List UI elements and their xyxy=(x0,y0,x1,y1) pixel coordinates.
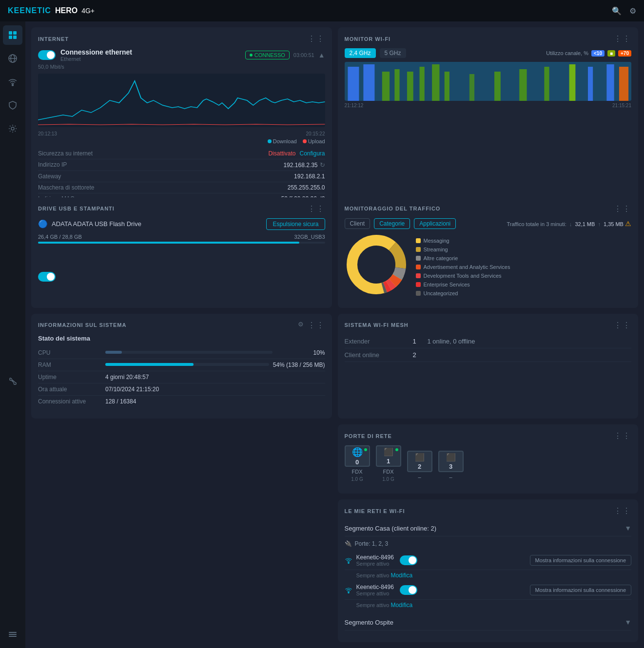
network-info-btn-1[interactable]: Mostra informazioni sulla connessione xyxy=(530,585,631,595)
app-layout: INTERNET ⋮⋮ Connessione ethernet Etherne… xyxy=(0,21,644,648)
mobile-toggle[interactable] xyxy=(38,272,56,282)
wifi-time-from: 21:12:12 xyxy=(345,103,364,108)
port-1: ⬛ 1 FDX 1.0 G xyxy=(376,445,401,482)
network-toggle-0[interactable] xyxy=(400,555,417,565)
port-0-label: FDX xyxy=(352,469,363,475)
ethernet-toggle[interactable] xyxy=(38,50,56,60)
wifi-tab-2g[interactable]: 2,4 GHz xyxy=(345,48,376,58)
segment-casa-header[interactable]: Segmento Casa (client online: 2) ▼ xyxy=(345,520,632,536)
settings-icon[interactable]: ⚙ xyxy=(629,6,636,16)
search-icon[interactable]: 🔍 xyxy=(612,6,622,16)
ports-menu[interactable]: ⋮⋮ xyxy=(614,431,631,440)
networks-card: LE MIE RETI E WI-FI ⋮⋮ Segmento Casa (cl… xyxy=(338,499,639,642)
system-card: INFORMAZIONI SUL SISTEMA ⚙ ⋮⋮ Stato del … xyxy=(31,314,332,419)
channel-info: Utilizzo canale, % <10 ■ +70 xyxy=(546,50,631,57)
traffic-card: MONITORAGGIO DEL TRAFFICO ⋮⋮ Client Cate… xyxy=(338,197,639,308)
port-3-box: ⬛ 3 xyxy=(438,451,464,472)
segment-ospite: Segmento Ospite ▼ xyxy=(345,614,632,630)
channel-badge-low: <10 xyxy=(591,50,605,57)
port-2-label: – xyxy=(418,474,421,480)
system-menu[interactable]: ⋮⋮ xyxy=(308,321,325,330)
svg-rect-18 xyxy=(419,67,424,101)
internet-card-header: INTERNET ⋮⋮ xyxy=(38,34,325,43)
refresh-icon[interactable]: ↻ xyxy=(320,161,325,169)
modify-btn-1[interactable]: Modifica xyxy=(390,602,412,609)
system-settings-icon[interactable]: ⚙ xyxy=(298,321,304,330)
svg-rect-3 xyxy=(13,36,17,39)
usb-bar-row: 26,4 GB / 28,8 GB 32GB_USB3 xyxy=(38,234,325,240)
svg-rect-24 xyxy=(544,67,549,101)
traffic-tab-categories[interactable]: Categorie xyxy=(374,218,410,229)
svg-rect-11 xyxy=(9,636,17,637)
networks-menu[interactable]: ⋮⋮ xyxy=(614,506,631,515)
internet-title: INTERNET xyxy=(38,36,69,42)
conn-time: 03:00:51 xyxy=(293,52,314,58)
sidebar-item-phone[interactable] xyxy=(3,372,22,391)
globe-icon: 🌐 xyxy=(352,447,363,457)
port-1-label: FDX xyxy=(383,469,394,475)
svg-rect-16 xyxy=(394,69,399,101)
sidebar-item-settings[interactable] xyxy=(3,119,22,138)
network-toggle-1[interactable] xyxy=(400,585,417,595)
traffic-header: MONITORAGGIO DEL TRAFFICO ⋮⋮ xyxy=(345,204,632,213)
traffic-tab-client[interactable]: Client xyxy=(345,218,371,229)
svg-point-36 xyxy=(358,246,395,283)
network-info-btn-0[interactable]: Mostra informazioni sulla connessione xyxy=(530,555,631,566)
usb-menu[interactable]: ⋮⋮ xyxy=(308,204,325,213)
field-gateway: Gateway 192.168.2.1 xyxy=(38,171,325,182)
segment-ospite-header[interactable]: Segmento Ospite ▼ xyxy=(345,614,632,630)
segment-ospite-chevron: ▼ xyxy=(624,618,631,626)
conn-name: Connessione ethernet xyxy=(60,48,132,56)
conn-type: Ethernet xyxy=(60,56,132,62)
chart-legend: Download Upload xyxy=(38,138,325,144)
sidebar-item-dashboard[interactable] xyxy=(3,25,22,45)
traffic-stats: Traffico totale in 3 minuti: ↓ 32,1 MB ↑… xyxy=(507,220,631,228)
mesh-menu[interactable]: ⋮⋮ xyxy=(614,321,631,330)
warn-icon: ⚠ xyxy=(625,220,631,228)
wifi-network-icon-1 xyxy=(345,586,352,594)
brand-hero: HERO xyxy=(55,6,78,15)
wifi-time-to: 21:15:21 xyxy=(612,103,631,108)
traffic-tab-apps[interactable]: Applicazioni xyxy=(414,218,456,229)
segment-casa-title: Segmento Casa (client online: 2) xyxy=(345,525,437,532)
ram-value: 54% (138 / 256 MB) xyxy=(273,362,325,368)
svg-point-38 xyxy=(348,592,349,593)
eject-button[interactable]: Espulsione sicura xyxy=(266,218,325,230)
svg-rect-25 xyxy=(569,64,575,101)
mesh-title: SISTEMA WI-FI MESH xyxy=(345,322,409,328)
mesh-extender-row: Extender 1 1 online, 0 offline xyxy=(345,335,632,348)
field-subnet: Maschera di sottorete 255.255.255.0 xyxy=(38,182,325,193)
sidebar-item-shield[interactable] xyxy=(3,95,22,115)
wifi-monitor-header: MONITOR WI-FI ⋮⋮ xyxy=(345,34,632,43)
legend-devtools: Development Tools and Services xyxy=(416,273,632,279)
brand-keenetic: KEENETIC xyxy=(8,6,51,15)
internet-menu[interactable]: ⋮⋮ xyxy=(308,34,325,43)
chevron-up-icon[interactable]: ▲ xyxy=(318,51,325,59)
traffic-menu[interactable]: ⋮⋮ xyxy=(614,204,631,213)
ports-header: PORTE DI RETE ⋮⋮ xyxy=(345,431,632,440)
svg-rect-10 xyxy=(9,634,17,635)
svg-rect-21 xyxy=(469,74,474,101)
upload-dot xyxy=(303,139,307,143)
network-name-0: Keenetic-8496 xyxy=(356,554,394,561)
traffic-legend: Messaging Streaming Altre categorie Adve… xyxy=(416,233,632,296)
ethernet-connection-row: Connessione ethernet Ethernet CONNESSO 0… xyxy=(38,48,325,62)
brand: KEENETIC HERO 4G+ xyxy=(8,6,95,15)
sidebar-item-wifi[interactable] xyxy=(3,72,22,92)
sidebar-item-globe[interactable] xyxy=(3,49,22,68)
sidebar-item-menu[interactable] xyxy=(3,625,22,644)
wifi-network-icon-0 xyxy=(345,556,352,564)
main-content: INTERNET ⋮⋮ Connessione ethernet Etherne… xyxy=(25,21,644,648)
uptime-value: 4 giorni 20:48:57 xyxy=(105,374,149,381)
internet-chart xyxy=(38,74,325,127)
brand-model: 4G+ xyxy=(81,7,95,15)
wifi-timeline: 21:12:12 21:15:21 xyxy=(345,103,632,108)
modify-btn-0[interactable]: Modifica xyxy=(390,572,412,579)
wifi-tab-5g[interactable]: 5 GHz xyxy=(380,48,406,58)
conn-speed: 50,0 Mbit/s xyxy=(38,64,325,70)
legend-streaming: Streaming xyxy=(416,247,632,252)
wifi-monitor-menu[interactable]: ⋮⋮ xyxy=(614,34,631,43)
network-sub-1: Sempre attivo xyxy=(356,591,394,596)
cpu-value: 10% xyxy=(276,349,325,356)
system-status-label: Stato del sistema xyxy=(38,335,325,342)
